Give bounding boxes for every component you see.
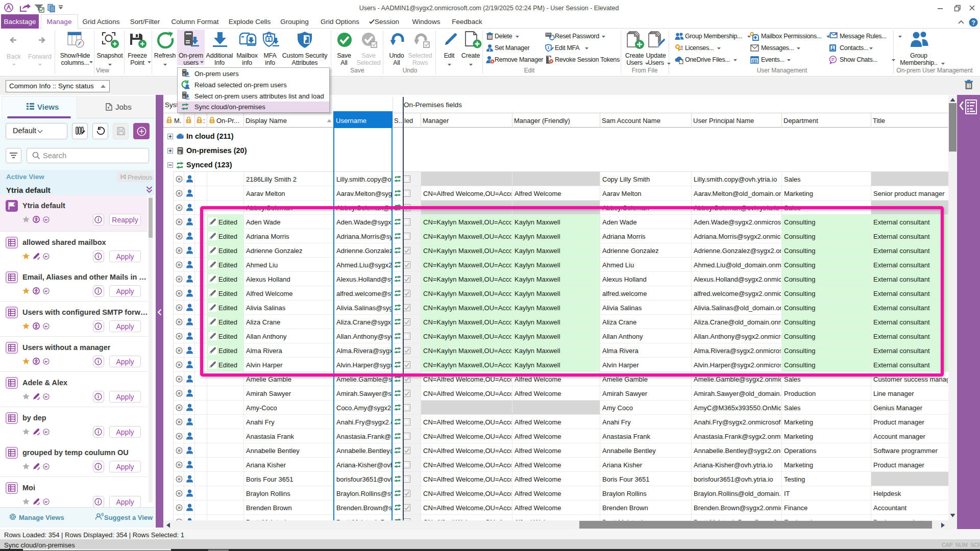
svg-text:?: ? [971,19,975,27]
